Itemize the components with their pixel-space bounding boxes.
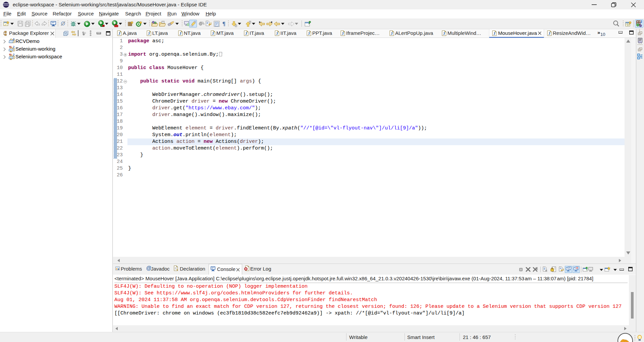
svg-text:J: J bbox=[12, 38, 14, 41]
svg-text:!: ! bbox=[10, 58, 11, 60]
svg-text:J: J bbox=[13, 53, 14, 56]
svg-text:J: J bbox=[640, 20, 642, 24]
svg-text:M: M bbox=[9, 45, 11, 48]
svg-text:J: J bbox=[13, 45, 14, 49]
svg-text:M: M bbox=[9, 53, 11, 56]
svg-text:!: ! bbox=[10, 50, 11, 52]
